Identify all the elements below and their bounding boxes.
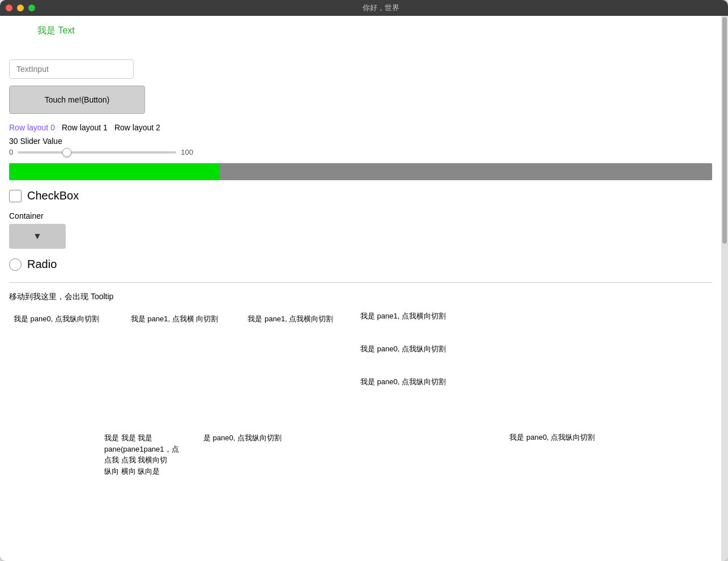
bottom-section: 我是 我是 我是 pane(pane1pane1，点 点我 点我 我横向切 纵向…: [9, 432, 712, 477]
row-tab-0[interactable]: Row layout 0: [9, 123, 55, 132]
bottom-right-2-text: 我是 pane0, 点我纵向切割: [509, 433, 595, 441]
scrollbar-thumb[interactable]: [722, 17, 727, 244]
bottom-col-0-line0: 我是 我是 我是: [104, 432, 194, 444]
main-area: 我是 Text Touch me!(Button) Row layout 0 R…: [0, 16, 721, 561]
divider: [9, 282, 712, 283]
bottom-col-0-line2: 点我 点我 我横向切: [104, 454, 194, 466]
pane-col-1-text: 我是 pane1, 点我横 向切割: [131, 314, 219, 323]
row-layout-tabs: Row layout 0 Row layout 1 Row layout 2: [9, 123, 712, 132]
touch-button[interactable]: Touch me!(Button): [9, 86, 145, 114]
bottom-col-1[interactable]: 是 pane0, 点我纵向切割: [199, 432, 298, 477]
close-button[interactable]: [6, 5, 12, 11]
radio-label: Radio: [27, 258, 57, 271]
row-tab-1[interactable]: Row layout 1: [62, 123, 108, 132]
slider-value-label: 30 Slider Value: [9, 137, 712, 146]
pane-col-1[interactable]: 我是 pane1, 点我横 向切割: [126, 311, 244, 387]
container-label: Container: [9, 211, 712, 220]
pane-col-2[interactable]: 我是 pane1, 点我横向切割: [243, 311, 360, 387]
maximize-button[interactable]: [28, 5, 35, 11]
slider-max-label: 100: [181, 148, 193, 156]
pane-right-3[interactable]: 我是 pane0, 点我纵向切割: [360, 377, 712, 387]
progress-bar-fill: [9, 163, 220, 180]
window-title: 你好，世界: [40, 3, 722, 13]
pane-right-3-text: 我是 pane0, 点我纵向切割: [360, 377, 446, 386]
row-tab-2[interactable]: Row layout 2: [114, 123, 160, 132]
pane-right-group: 我是 pane1, 点我横向切割 我是 pane0, 点我纵向切割 我是 pan…: [360, 311, 712, 387]
bottom-left-area: [9, 432, 100, 477]
bottom-mid-area: 我是 我是 我是 pane(pane1pane1，点 点我 点我 我横向切 纵向…: [100, 432, 298, 477]
scrollbar[interactable]: [721, 16, 728, 561]
checkbox-row: CheckBox: [9, 189, 712, 202]
slider-min-label: 0: [9, 148, 13, 156]
progress-bar-container: [9, 163, 712, 180]
checkbox-input[interactable]: [9, 190, 22, 202]
bottom-col-0-line1: pane(pane1pane1，点: [104, 444, 194, 455]
bottom-right-2-area[interactable]: 我是 pane0, 点我纵向切割: [505, 432, 712, 477]
bottom-right-area: [298, 432, 505, 477]
chevron-down-icon: ▼: [33, 231, 42, 241]
app-window: 你好，世界 我是 Text Touch me!(Button) Row layo…: [0, 0, 728, 561]
radio-row: Radio: [9, 258, 712, 271]
dropdown-button[interactable]: ▼: [9, 224, 66, 249]
pane-col-0[interactable]: 我是 pane0, 点我纵向切割: [9, 311, 126, 387]
checkbox-label: CheckBox: [27, 189, 79, 202]
pane-right-1[interactable]: 我是 pane1, 点我横向切割: [360, 311, 712, 321]
slider-container: 0 100: [9, 148, 712, 156]
slider-input[interactable]: [18, 151, 176, 154]
text-label: 我是 Text: [37, 25, 712, 37]
radio-input[interactable]: [9, 258, 22, 271]
bottom-col-0-line3: 纵向 横向 纵向是: [104, 466, 194, 477]
bottom-col-0[interactable]: 我是 我是 我是 pane(pane1pane1，点 点我 点我 我横向切 纵向…: [100, 432, 199, 477]
pane-col-2-text: 我是 pane1, 点我横向切割: [248, 314, 333, 323]
text-input[interactable]: [9, 60, 134, 79]
bottom-col-1-text: 是 pane0, 点我纵向切割: [203, 434, 282, 442]
minimize-button[interactable]: [17, 5, 24, 11]
pane-right-2[interactable]: 我是 pane0, 点我纵向切割: [360, 344, 712, 354]
tooltip-hint: 移动到我这里，会出现 Tooltip: [9, 292, 712, 302]
titlebar: 你好，世界: [0, 0, 728, 16]
pane-col-0-text: 我是 pane0, 点我纵向切割: [14, 314, 99, 323]
content-area: 我是 Text Touch me!(Button) Row layout 0 R…: [0, 16, 728, 561]
pane-right-1-text: 我是 pane1, 点我横向切割: [360, 312, 446, 320]
pane-left-group: 我是 pane0, 点我纵向切割 我是 pane1, 点我横 向切割 我是 pa…: [9, 311, 360, 387]
pane-area: 我是 pane0, 点我纵向切割 我是 pane1, 点我横 向切割 我是 pa…: [9, 311, 712, 387]
pane-right-2-text: 我是 pane0, 点我纵向切割: [360, 345, 446, 353]
